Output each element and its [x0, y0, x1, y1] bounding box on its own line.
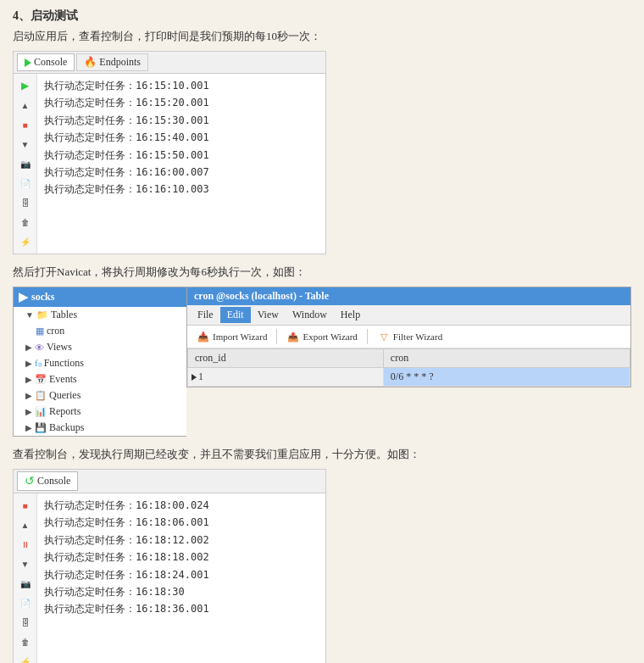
tree-header: ▶ socks	[14, 287, 186, 307]
tree-item-reports[interactable]: ▶ 📊 Reports	[14, 404, 186, 420]
toolbar-separator-1	[276, 329, 277, 344]
tab-console-1[interactable]: Console	[17, 53, 75, 71]
expand-arrow-queries: ▶	[25, 391, 32, 400]
menu-help[interactable]: Help	[334, 307, 367, 323]
trash-button-1[interactable]: 🗑	[17, 214, 34, 231]
up-button-2[interactable]: ▲	[17, 516, 34, 533]
console-panel-2: ↺ Console ■ ▲ ⏸ ▼ 📷 📄 🗄 🗑 ⚡ 执行动态定时任务：16:…	[13, 469, 326, 663]
down-button-2[interactable]: ▼	[17, 555, 34, 572]
tree-label-tables: Tables	[51, 309, 77, 321]
tree-item-views[interactable]: ▶ 👁 Views	[14, 339, 186, 355]
trash-button-2[interactable]: 🗑	[17, 633, 34, 650]
console-line: 执行动态定时任务：16:16:10.003	[44, 181, 319, 198]
expand-arrow-views: ▶	[25, 343, 32, 352]
console-sidebar-1: ▶ ▲ ■ ▼ 📷 📄 🗄 🗑 ⚡	[14, 74, 37, 254]
navicat-container: ▶ socks ▼ 📁 Tables ▦ cron ▶ 👁 Views ▶ f₀…	[13, 287, 631, 437]
expand-arrow-functions: ▶	[25, 359, 32, 368]
export-icon: 📤	[286, 330, 300, 343]
navicat-menubar: File Edit View Window Help	[187, 305, 630, 326]
backups-icon: 💾	[35, 422, 47, 433]
run-button-1[interactable]: ▶	[17, 77, 34, 94]
tab-endpoints-1[interactable]: 🔥 Endpoints	[76, 53, 148, 71]
tab-console-label: Console	[34, 56, 67, 69]
tab-console-2[interactable]: ↺ Console	[17, 471, 78, 491]
pause-button-2[interactable]: ⏸	[17, 536, 34, 553]
events-icon: 📅	[35, 374, 47, 385]
console-line-2: 执行动态定时任务：16:18:00.024	[44, 497, 319, 514]
export-wizard-button[interactable]: 📤 Export Wizard	[282, 328, 361, 345]
console-line-2: 执行动态定时任务：16:18:06.001	[44, 514, 319, 531]
tables-folder-icon: 📁	[36, 309, 48, 320]
col-header-cron[interactable]: cron	[383, 349, 630, 368]
console-sidebar-2: ■ ▲ ⏸ ▼ 📷 📄 🗄 🗑 ⚡	[14, 493, 37, 663]
play-icon	[25, 58, 31, 67]
up-button-1[interactable]: ▲	[17, 97, 34, 114]
menu-view[interactable]: View	[251, 307, 286, 323]
console-line: 执行动态定时任务：16:15:30.001	[44, 112, 319, 129]
col-header-id[interactable]: cron_id	[188, 349, 384, 368]
db-header-icon: ▶	[19, 290, 28, 304]
table-row: 1 0/6 * * * ?	[188, 368, 630, 387]
tree-item-cron[interactable]: ▦ cron	[14, 323, 186, 339]
tree-item-queries[interactable]: ▶ 📋 Queries	[14, 387, 186, 404]
menu-edit[interactable]: Edit	[220, 307, 251, 323]
console-line-2: 执行动态定时任务：16:18:36.001	[44, 600, 319, 617]
console-line: 执行动态定时任务：16:16:00.007	[44, 164, 319, 181]
db-button-1[interactable]: 🗄	[17, 194, 34, 211]
menu-file[interactable]: File	[191, 307, 220, 323]
menu-window[interactable]: Window	[286, 307, 334, 323]
stop-button-2[interactable]: ■	[17, 497, 34, 514]
tree-item-tables[interactable]: ▼ 📁 Tables	[14, 307, 186, 323]
tree-label-cron: cron	[47, 325, 64, 337]
filter-icon: ▽	[377, 330, 391, 343]
data-table: cron_id cron 1 0/6 * * * ?	[187, 348, 630, 387]
reports-icon: 📊	[35, 406, 47, 417]
table-icon-cron: ▦	[36, 326, 44, 337]
bolt-button-1[interactable]: ⚡	[17, 233, 34, 250]
navicat-table-panel: cron @socks (localhost) - Table File Edi…	[186, 287, 631, 387]
navicat-title-bar: cron @socks (localhost) - Table	[187, 287, 630, 305]
desc-text-2: 然后打开Navicat，将执行周期修改为每6秒执行一次，如图：	[13, 265, 631, 280]
db-button-2[interactable]: 🗄	[17, 614, 34, 631]
console-output-1: 执行动态定时任务：16:15:10.001 执行动态定时任务：16:15:20.…	[37, 74, 325, 254]
functions-icon: f₀	[35, 358, 42, 369]
console-line: 执行动态定时任务：16:15:10.001	[44, 77, 319, 94]
import-wizard-button[interactable]: 📥 Import Wizard	[192, 328, 271, 345]
views-icon: 👁	[35, 343, 44, 353]
tree-item-events[interactable]: ▶ 📅 Events	[14, 371, 186, 387]
desc-text-1: 启动应用后，查看控制台，打印时间是我们预期的每10秒一次：	[13, 29, 631, 44]
file-button-2[interactable]: 📄	[17, 594, 34, 611]
expand-arrow-events: ▶	[25, 375, 32, 384]
import-wizard-label: Import Wizard	[213, 332, 267, 342]
stop-button-1[interactable]: ■	[17, 116, 34, 133]
export-wizard-label: Export Wizard	[303, 332, 357, 342]
console-line: 执行动态定时任务：16:15:50.001	[44, 147, 319, 164]
camera-button-1[interactable]: 📷	[17, 155, 34, 172]
desc-text-3: 查看控制台，发现执行周期已经改变，并且不需要我们重启应用，十分方便。如图：	[13, 447, 631, 462]
console-panel-1: Console 🔥 Endpoints ▶ ▲ ■ ▼ 📷 📄 🗄 🗑 ⚡ 执行…	[13, 51, 326, 254]
tab-endpoints-label: Endpoints	[99, 56, 141, 69]
tree-db-name: socks	[31, 291, 54, 304]
down-button-1[interactable]: ▼	[17, 136, 34, 153]
filter-wizard-button[interactable]: ▽ Filter Wizard	[373, 328, 447, 345]
tree-label-queries: Queries	[49, 389, 80, 402]
row-arrow-icon	[192, 374, 197, 381]
tree-label-reports: Reports	[49, 405, 80, 418]
row-cron-cell[interactable]: 0/6 * * * ?	[383, 368, 630, 387]
console-line-2: 执行动态定时任务：16:18:24.001	[44, 566, 319, 583]
console-line-2: 执行动态定时任务：16:18:18.002	[44, 549, 319, 566]
filter-wizard-label: Filter Wizard	[393, 332, 442, 342]
camera-button-2[interactable]: 📷	[17, 575, 34, 592]
tree-label-events: Events	[49, 373, 77, 386]
import-icon: 📥	[197, 330, 210, 343]
tree-label-backups: Backups	[49, 421, 84, 434]
tree-item-functions[interactable]: ▶ f₀ Functions	[14, 355, 186, 371]
row-number-cell: 1	[188, 368, 384, 387]
expand-arrow-reports: ▶	[25, 407, 32, 416]
bolt-button-2[interactable]: ⚡	[17, 653, 34, 663]
file-button-1[interactable]: 📄	[17, 175, 34, 192]
tree-item-backups[interactable]: ▶ 💾 Backups	[14, 420, 186, 436]
console-body-2: ■ ▲ ⏸ ▼ 📷 📄 🗄 🗑 ⚡ 执行动态定时任务：16:18:00.024 …	[14, 493, 325, 663]
expand-arrow-tables: ▼	[25, 310, 34, 320]
console-tabs-2: ↺ Console	[14, 470, 325, 493]
